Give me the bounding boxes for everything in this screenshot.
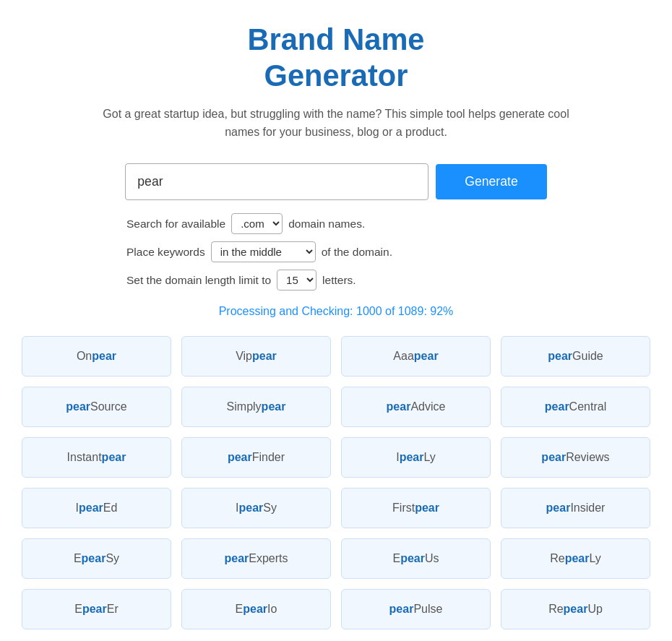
result-card[interactable]: Aaapear [341, 336, 491, 377]
result-card[interactable]: Firstpear [341, 488, 491, 528]
result-card[interactable]: pearGuide [501, 336, 650, 377]
result-card[interactable]: RepearUp [501, 589, 650, 629]
domain-option-row: Search for available .com .net .org .io … [126, 213, 365, 234]
result-card[interactable]: IpearLy [341, 437, 491, 478]
result-card[interactable]: pearSource [22, 387, 171, 427]
position-option-row: Place keywords in the beginning in the m… [126, 241, 392, 262]
options-section: Search for available .com .net .org .io … [126, 213, 658, 291]
result-card[interactable]: EpearIo [181, 589, 331, 629]
length-prefix-label: Set the domain length limit to [126, 274, 271, 287]
result-card[interactable]: EpearEr [22, 589, 171, 629]
result-card[interactable]: Vippear [181, 336, 331, 377]
result-card[interactable]: pearAdvice [341, 387, 491, 427]
search-input[interactable] [125, 163, 428, 200]
length-select[interactable]: 10 12 15 20 25 [277, 270, 316, 291]
position-select[interactable]: in the beginning in the middle at the en… [211, 241, 316, 262]
status-text: Processing and Checking: 1000 of 1089: 9… [14, 305, 658, 318]
domain-select[interactable]: .com .net .org .io [231, 213, 283, 234]
subtitle: Got a great startup idea, but struggling… [98, 105, 574, 142]
result-card[interactable]: pearInsider [501, 488, 650, 528]
length-option-row: Set the domain length limit to 10 12 15 … [126, 270, 356, 291]
main-title: Brand Name Generator [14, 22, 658, 94]
result-card[interactable]: pearPulse [341, 589, 491, 629]
result-card[interactable]: EpearUs [341, 538, 491, 579]
result-card[interactable]: Onpear [22, 336, 171, 377]
result-card[interactable]: EpearSy [22, 538, 171, 579]
result-card[interactable]: pearCentral [501, 387, 650, 427]
length-suffix-label: letters. [322, 274, 356, 287]
header: Brand Name Generator Got a great startup… [14, 22, 658, 142]
result-card[interactable]: IpearSy [181, 488, 331, 528]
position-prefix-label: Place keywords [126, 246, 205, 259]
page-wrapper: Brand Name Generator Got a great startup… [0, 0, 672, 641]
result-card[interactable]: pearReviews [501, 437, 650, 478]
domain-prefix-label: Search for available [126, 218, 225, 231]
result-card[interactable]: Instantpear [22, 437, 171, 478]
position-suffix-label: of the domain. [322, 246, 392, 259]
result-card[interactable]: RepearLy [501, 538, 650, 579]
result-card[interactable]: pearFinder [181, 437, 331, 478]
generate-button[interactable]: Generate [436, 164, 546, 199]
domain-suffix-label: domain names. [288, 218, 365, 231]
results-grid: OnpearVippearAaapearpearGuidepearSourceS… [14, 336, 658, 629]
result-card[interactable]: pearExperts [181, 538, 331, 579]
search-section: Generate [14, 163, 658, 200]
result-card[interactable]: Simplypear [181, 387, 331, 427]
result-card[interactable]: IpearEd [22, 488, 171, 528]
